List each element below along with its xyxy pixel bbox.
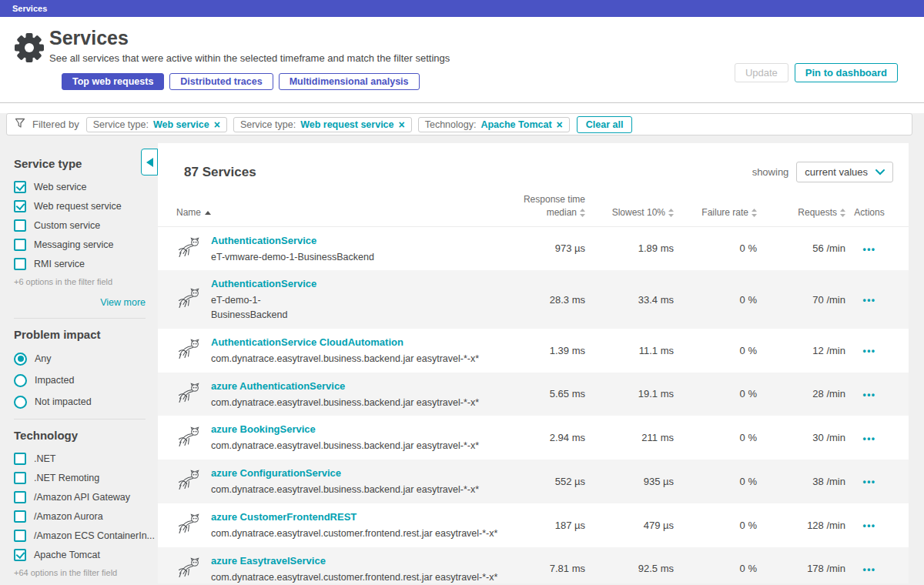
column-header-requests[interactable]: Requests: [757, 206, 845, 219]
row-actions-button[interactable]: •••: [862, 389, 875, 400]
table-row: AuthenticationService CloudAutomation co…: [158, 329, 909, 373]
failure-rate-value: 0 %: [674, 563, 757, 574]
service-name-link[interactable]: AuthenticationService: [211, 278, 316, 289]
filter-chip[interactable]: Technology: Apache Tomcat ×: [418, 117, 570, 132]
service-name-link[interactable]: azure ConfigurationService: [211, 467, 341, 479]
row-actions-button[interactable]: •••: [862, 244, 875, 255]
service-description: com.dynatrace.easytravel.business.backen…: [211, 483, 479, 497]
filter-checkbox-item[interactable]: Apache Tomcat: [14, 549, 146, 561]
remove-filter-icon[interactable]: ×: [557, 119, 563, 130]
response-time-median-value: 187 µs: [500, 520, 585, 531]
column-header-slowest[interactable]: Slowest 10%: [585, 206, 674, 219]
analysis-tab[interactable]: Distributed traces: [169, 73, 273, 90]
service-description: com.dynatrace.easytravel.business.backen…: [211, 352, 479, 366]
service-type-view-more-link[interactable]: View more: [14, 297, 146, 308]
row-actions-button[interactable]: •••: [862, 295, 875, 306]
analysis-tab[interactable]: Top web requests: [62, 73, 164, 90]
pin-to-dashboard-button[interactable]: Pin to dashboard: [795, 63, 898, 82]
failure-rate-value: 0 %: [674, 242, 757, 254]
checkbox[interactable]: [14, 530, 26, 542]
filter-checkbox-item[interactable]: Web service: [14, 181, 146, 193]
row-actions-button[interactable]: •••: [862, 476, 875, 487]
sort-icon: [840, 209, 845, 217]
checkbox[interactable]: [14, 510, 26, 523]
row-actions-button[interactable]: •••: [862, 520, 875, 531]
filter-chip[interactable]: Service type: Web request service ×: [233, 117, 412, 132]
failure-rate-value: 0 %: [674, 388, 757, 399]
response-time-median-value: 7.81 ms: [500, 563, 585, 574]
showing-values-dropdown[interactable]: current values: [796, 162, 893, 182]
table-row: azure AuthenticationService com.dynatrac…: [158, 373, 909, 416]
filter-checkbox-item[interactable]: .NET Remoting: [14, 472, 146, 484]
column-header-failure-rate[interactable]: Failure rate: [674, 206, 757, 219]
column-header-name[interactable]: Name: [176, 206, 500, 219]
services-panel: 87 Services showing current values Name …: [158, 143, 909, 583]
table-header-row: Name Response time median Slowest 10%: [158, 182, 909, 227]
service-name-link[interactable]: azure AuthenticationService: [211, 380, 345, 392]
filter-checkbox-item[interactable]: Web request service: [14, 200, 146, 212]
slowest-10-value: 19.1 ms: [585, 388, 674, 399]
chevron-down-icon: [875, 169, 885, 176]
filter-chip-value: Apache Tomcat: [480, 119, 551, 130]
checkbox[interactable]: [14, 258, 26, 270]
clear-all-button[interactable]: Clear all: [577, 116, 633, 133]
radio-label: Any: [35, 353, 52, 364]
filter-checkbox-item[interactable]: RMI service: [14, 258, 146, 270]
response-time-median-value: 2.94 ms: [500, 432, 585, 443]
checkbox[interactable]: [14, 181, 26, 193]
service-description: eT-demo-1- BusinessBackend: [211, 293, 316, 323]
filter-checkbox-item[interactable]: Custom service: [14, 219, 146, 232]
sidebar-collapse-button[interactable]: [141, 149, 158, 176]
checkbox[interactable]: [14, 549, 26, 561]
filter-checkbox-item[interactable]: /Amazon Aurora: [14, 510, 146, 523]
page-subtitle: See all services that were active within…: [49, 52, 450, 64]
apache-tomcat-icon: [176, 236, 203, 261]
row-actions-button[interactable]: •••: [862, 564, 875, 575]
apache-tomcat-icon: [176, 382, 203, 406]
filter-chip-category: Technology:: [425, 119, 477, 130]
filter-checkbox-item[interactable]: .NET: [14, 453, 146, 465]
service-name-link[interactable]: azure EasytravelService: [211, 555, 326, 567]
row-actions-button[interactable]: •••: [862, 346, 875, 356]
remove-filter-icon[interactable]: ×: [399, 119, 405, 130]
checkbox[interactable]: [14, 453, 26, 465]
page-header: Services See all services that were acti…: [0, 17, 924, 103]
service-description: com.dynatrace.easytravel.business.backen…: [211, 396, 479, 410]
update-button[interactable]: Update: [735, 63, 788, 82]
checkbox-label: /Amazon Aurora: [34, 511, 103, 522]
requests-value: 12 /min: [757, 345, 845, 356]
breadcrumb[interactable]: Services: [12, 4, 47, 13]
problem-impact-heading: Problem impact: [14, 328, 146, 341]
checkbox[interactable]: [14, 200, 26, 212]
service-name-link[interactable]: AuthenticationService: [211, 235, 316, 246]
service-name-link[interactable]: azure BookingService: [211, 423, 316, 435]
service-name-link[interactable]: azure CustomerFrontendREST: [211, 511, 357, 523]
filter-radio-item[interactable]: Not impacted: [14, 395, 146, 409]
filter-checkbox-item[interactable]: Messaging service: [14, 239, 146, 251]
filter-chip[interactable]: Service type: Web service ×: [86, 117, 227, 132]
filter-checkbox-item[interactable]: /Amazon ECS ContainerIn...: [14, 530, 146, 542]
checkbox-label: .NET Remoting: [34, 473, 99, 483]
filter-radio-item[interactable]: Any: [14, 352, 146, 366]
checkbox[interactable]: [14, 491, 26, 503]
filter-radio-item[interactable]: Impacted: [14, 373, 146, 387]
checkbox[interactable]: [14, 239, 26, 251]
sort-icon: [752, 209, 757, 217]
checkbox[interactable]: [14, 472, 26, 484]
service-name-link[interactable]: AuthenticationService CloudAutomation: [211, 336, 403, 348]
analysis-tab[interactable]: Multidimensional analysis: [279, 73, 420, 90]
filter-checkbox-item[interactable]: /Amazon API Gateway: [14, 491, 146, 503]
row-actions-button[interactable]: •••: [862, 433, 875, 444]
checkbox[interactable]: [14, 219, 26, 232]
table-row: AuthenticationService eT-demo-1- Busines…: [158, 270, 909, 329]
response-time-median-value: 5.65 ms: [500, 388, 585, 399]
table-row: azure BookingService com.dynatrace.easyt…: [158, 416, 909, 460]
remove-filter-icon[interactable]: ×: [214, 119, 220, 130]
slowest-10-value: 92.5 ms: [585, 563, 674, 574]
radio-button[interactable]: [14, 396, 27, 409]
service-description: com.dynatrace.easytravel.customer.fronte…: [211, 526, 497, 541]
radio-button[interactable]: [14, 353, 27, 366]
filter-chip-value: Web request service: [300, 119, 393, 130]
radio-button[interactable]: [14, 374, 27, 387]
column-header-response-time-median[interactable]: Response time median: [500, 193, 585, 219]
